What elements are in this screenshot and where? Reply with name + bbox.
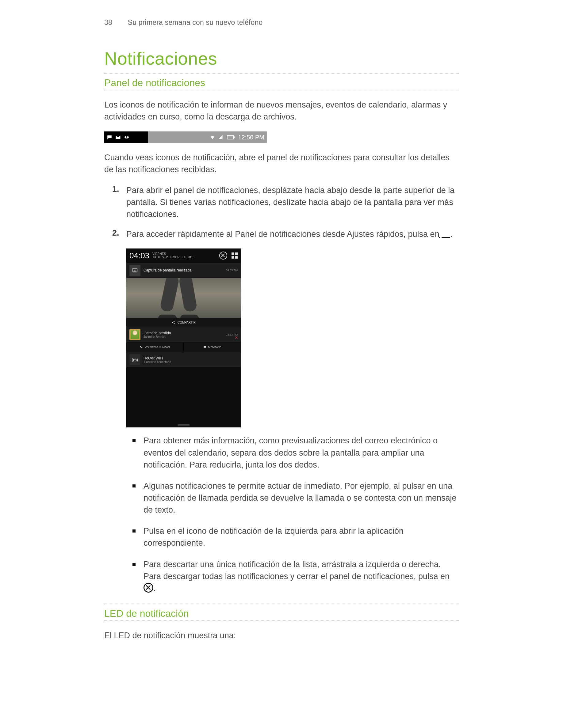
notification-title: Captura de pantalla realizada. [143, 268, 226, 272]
divider [104, 604, 459, 604]
action-callback: VOLVER A LLAMAR [126, 342, 183, 352]
notification-title: Router WiFi [143, 356, 163, 360]
svg-point-1 [127, 136, 129, 138]
notification-preview-image [126, 278, 241, 318]
phone-screenshot: 04:03 VIERNES13 DE SEPTIEMBRE DE 2013 Ca… [126, 248, 241, 427]
numbered-list: 1. Para abrir el panel de notificaciones… [112, 184, 459, 241]
page-title: Notificaciones [104, 48, 459, 69]
action-message: MENSAJE [183, 342, 241, 352]
statusbar-right: 12:50 PM [148, 131, 267, 143]
list-number: 2. [112, 228, 126, 241]
section-heading-panel: Panel de notificaciones [104, 77, 459, 89]
statusbar-left [104, 131, 148, 143]
quicksettings-icon [231, 252, 238, 259]
notification-actions: VOLVER A LLAMAR MENSAJE [126, 342, 241, 352]
notification-time: 04:03 PM [226, 269, 238, 272]
divider [104, 90, 459, 90]
list-item: Pulsa en el icono de notificación de la … [143, 525, 459, 549]
chapter-title: Su primera semana con su nuevo teléfono [128, 18, 263, 26]
notification-row-call: Llamada perdida Jasmine Brooks 02:32 PM … [126, 327, 241, 342]
list-item: Para descartar una única notificación de… [143, 559, 459, 594]
image-icon [129, 265, 140, 276]
missed-call-icon: ✕ [234, 335, 238, 340]
paragraph: Cuando veas iconos de notificación, abre… [104, 152, 459, 176]
paragraph: Los iconos de notificación te informan d… [104, 99, 459, 123]
share-action: COMPARTIR [126, 318, 241, 327]
dismiss-all-icon [219, 252, 227, 260]
list-item: Para acceder rápidamente al Panel de not… [126, 228, 459, 241]
notification-row-wifi: ((•)) Router WiFi 1 usuario conectado [126, 352, 241, 367]
list-item: Algunas notificaciones te permite actuar… [143, 480, 459, 516]
phone-date: VIERNES13 DE SEPTIEMBRE DE 2013 [152, 252, 194, 259]
list-number: 1. [112, 184, 126, 220]
paragraph: El LED de notificación muestra una: [104, 630, 459, 642]
wifi-icon [210, 135, 215, 140]
statusbar-time: 12:50 PM [238, 134, 264, 141]
voicemail-icon [124, 135, 129, 140]
notification-title: Llamada perdida [143, 331, 171, 335]
panel-handle [177, 424, 190, 426]
notification-subtitle: 1 usuario conectado [143, 360, 238, 364]
message-icon [107, 135, 112, 140]
document-page: 38 Su primera semana con su nuevo teléfo… [0, 0, 563, 690]
notification-row-screenshot: Captura de pantalla realizada. 04:03 PM [126, 263, 241, 278]
list-menu-icon [442, 234, 450, 241]
signal-icon [218, 135, 224, 140]
bullet-list: Para obtener más información, como previ… [132, 435, 459, 594]
contact-avatar [129, 329, 140, 340]
mail-icon [115, 135, 121, 140]
svg-rect-2 [227, 135, 234, 139]
svg-point-0 [124, 136, 126, 138]
statusbar-illustration: 12:50 PM [104, 131, 267, 143]
running-header: 38 Su primera semana con su nuevo teléfo… [104, 18, 459, 27]
divider [104, 620, 459, 621]
divider [104, 73, 459, 74]
dismiss-icon [143, 583, 153, 593]
section-heading-led: LED de notificación [104, 608, 459, 619]
list-item: Para abrir el panel de notificaciones, d… [126, 184, 459, 220]
contact-name: Jasmine Brooks [143, 335, 226, 339]
svg-rect-3 [234, 137, 235, 138]
battery-icon [227, 135, 235, 140]
hotspot-icon: ((•)) [129, 354, 140, 365]
page-number: 38 [104, 18, 126, 27]
list-item: Para obtener más información, como previ… [143, 435, 459, 471]
phone-clock: 04:03 [129, 251, 149, 260]
